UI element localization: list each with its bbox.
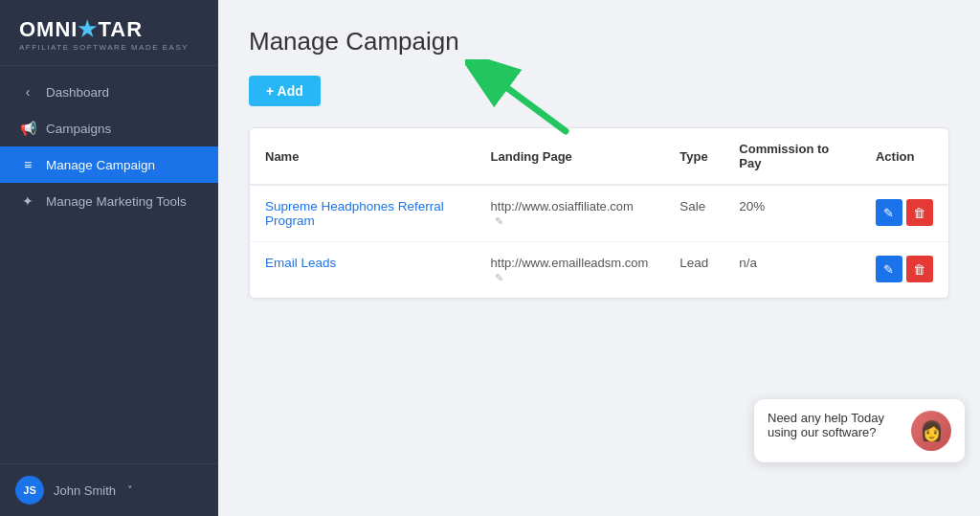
- sidebar-item-label: Campaigns: [46, 122, 111, 136]
- avatar: JS: [15, 476, 44, 505]
- action-buttons-1: ✎ 🗑: [876, 199, 933, 226]
- sidebar-item-label: Manage Marketing Tools: [46, 194, 187, 209]
- col-type: Type: [664, 128, 724, 185]
- landing-url-wrap: http://www.emailleadsm.com ✎: [491, 256, 650, 284]
- action-buttons-2: ✎ 🗑: [876, 256, 933, 282]
- app-subtitle: AFFILIATE SOFTWARE MADE EASY: [19, 43, 199, 52]
- chat-bubble[interactable]: Need any help Today using our software? …: [754, 399, 965, 462]
- list-icon: ≡: [19, 157, 36, 172]
- edit-url-icon-2[interactable]: ✎: [495, 272, 650, 284]
- sidebar-item-dashboard[interactable]: ‹ Dashboard: [0, 74, 218, 110]
- delete-button-2[interactable]: 🗑: [906, 256, 933, 282]
- app-name: OMNI★TAR: [19, 17, 199, 42]
- campaigns-icon: 📢: [19, 121, 36, 136]
- user-name: John Smith: [54, 483, 116, 498]
- campaign-link-1[interactable]: Supreme Headphones Referral Program: [265, 199, 444, 228]
- col-name: Name: [250, 128, 476, 185]
- col-action: Action: [860, 128, 948, 185]
- campaigns-table: Name Landing Page Type Commission to Pay…: [249, 127, 949, 299]
- commission-cell-1: 20%: [724, 185, 860, 242]
- campaign-link-2[interactable]: Email Leads: [265, 256, 336, 270]
- chat-message: Need any help Today using our software?: [768, 411, 902, 439]
- action-cell-2: ✎ 🗑: [860, 242, 948, 299]
- delete-button-1[interactable]: 🗑: [906, 199, 933, 226]
- dashboard-icon: ‹: [19, 84, 36, 100]
- table-row: Supreme Headphones Referral Program http…: [250, 185, 948, 242]
- edit-url-icon-1[interactable]: ✎: [495, 215, 503, 227]
- sidebar: OMNI★TAR AFFILIATE SOFTWARE MADE EASY ‹ …: [0, 0, 218, 516]
- col-commission: Commission to Pay: [724, 128, 860, 185]
- edit-button-1[interactable]: ✎: [876, 199, 902, 226]
- landing-page-cell-1: http://www.osiaffiliate.com ✎: [476, 185, 665, 242]
- caret-icon: ˅: [127, 484, 133, 497]
- commission-cell-2: n/a: [724, 242, 860, 299]
- add-button[interactable]: + Add: [249, 76, 321, 106]
- table-header-row: Name Landing Page Type Commission to Pay…: [250, 128, 948, 185]
- type-cell-1: Sale: [664, 185, 724, 242]
- landing-page-cell-2: http://www.emailleadsm.com ✎: [476, 242, 665, 299]
- type-cell-2: Lead: [664, 242, 724, 299]
- edit-button-2[interactable]: ✎: [876, 256, 902, 282]
- sidebar-item-manage-marketing[interactable]: ✦ Manage Marketing Tools: [0, 183, 218, 219]
- page-title: Manage Campaign: [249, 27, 949, 56]
- sidebar-item-label: Manage Campaign: [46, 158, 155, 172]
- campaign-name-cell: Supreme Headphones Referral Program: [250, 185, 476, 242]
- sidebar-item-label: Dashboard: [46, 85, 109, 100]
- sidebar-logo: OMNI★TAR AFFILIATE SOFTWARE MADE EASY: [0, 0, 218, 66]
- svg-line-1: [492, 77, 566, 131]
- user-profile[interactable]: JS John Smith ˅: [0, 463, 218, 516]
- table-row: Email Leads http://www.emailleadsm.com ✎…: [250, 242, 948, 299]
- sidebar-nav: ‹ Dashboard 📢 Campaigns ≡ Manage Campaig…: [0, 66, 218, 463]
- action-cell-1: ✎ 🗑: [860, 185, 948, 242]
- campaign-name-cell: Email Leads: [250, 242, 476, 299]
- star-icon: ★: [78, 17, 98, 41]
- main-content: Manage Campaign + Add Name Landing Page …: [218, 0, 980, 516]
- col-landing-page: Landing Page: [476, 128, 665, 185]
- wrench-icon: ✦: [19, 193, 36, 209]
- sidebar-item-campaigns[interactable]: 📢 Campaigns: [0, 110, 218, 146]
- sidebar-item-manage-campaign[interactable]: ≡ Manage Campaign: [0, 146, 218, 183]
- chat-avatar: 👩: [911, 411, 951, 451]
